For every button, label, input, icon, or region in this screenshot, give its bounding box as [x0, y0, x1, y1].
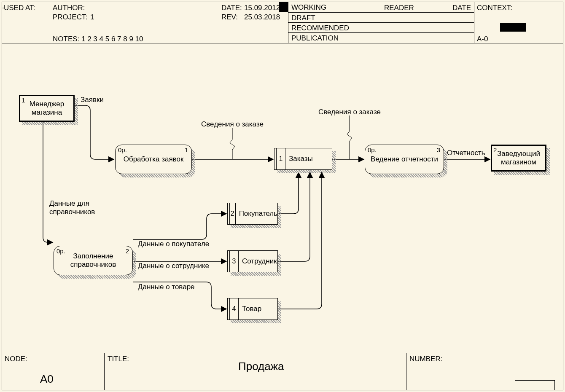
external-manager: 1 Менеджер магазина — [19, 95, 78, 125]
rev-value: 25.03.2018 — [244, 13, 280, 21]
notes-label: NOTES: — [53, 35, 79, 43]
process-request-handling: 0р. 1 Обработка заявок — [115, 145, 195, 177]
datastore-employee: 3 Сотрудник — [227, 250, 281, 276]
arrow-label-requests: Заявки — [81, 96, 104, 104]
author-label: AUTHOR: — [53, 4, 85, 12]
footer: NODE: A0 TITLE: Продажа NUMBER: — [2, 353, 563, 390]
node-label: NODE: — [5, 355, 27, 363]
date-label: DATE: — [221, 4, 242, 12]
arrow-label-customer: Данные о покупателе — [138, 240, 209, 248]
title-value: Продажа — [238, 360, 284, 373]
arrow-label-orderinfo-1: Сведения о заказе — [201, 120, 264, 129]
status-recommended: RECOMMENDED — [288, 22, 474, 32]
arrows-svg — [2, 43, 564, 354]
arrow-label-reporting: Отчетность — [447, 149, 485, 157]
arrow-label-employee: Данные о сотруднике — [138, 262, 209, 270]
rev-label: REV: — [221, 13, 238, 21]
context-label: CONTEXT: — [477, 4, 512, 12]
context-code: A-0 — [477, 35, 488, 43]
external-director: 2 Заведующий магазином — [491, 145, 550, 175]
date-value: 15.09.2012 — [244, 4, 280, 12]
diagram-canvas: Заявки Данные для справочников Данные о … — [2, 43, 563, 353]
project-value: 1 — [90, 13, 94, 21]
process-reporting: 0р. 3 Ведение отчетности — [365, 145, 447, 177]
notes-value: 1 2 3 4 5 6 7 8 9 10 — [81, 35, 143, 43]
date2-label: DATE — [452, 4, 471, 12]
used-at-label: USED AT: — [4, 4, 35, 12]
datastore-orders: 1 Заказы — [274, 148, 336, 173]
status-marker — [279, 2, 288, 12]
status-publication: PUBLICATION — [288, 32, 474, 43]
node-value: A0 — [40, 373, 54, 386]
diagram-frame: USED AT: AUTHOR: PROJECT: 1 NOTES: 1 2 3… — [2, 2, 563, 390]
status-working: WORKING — [288, 2, 381, 12]
number-box — [515, 380, 555, 390]
arrow-label-refdata: Данные для справочников — [49, 199, 100, 217]
datastore-customer: 2 Покупатель — [227, 203, 281, 228]
status-draft: DRAFT — [288, 12, 474, 22]
context-icon — [500, 23, 526, 32]
project-label: PROJECT: — [53, 13, 87, 21]
arrow-label-product: Данные о товаре — [138, 283, 195, 291]
number-label: NUMBER: — [409, 355, 442, 363]
title-label: TITLE: — [108, 355, 129, 363]
reader-label: READER — [384, 4, 414, 12]
arrow-label-orderinfo-2: Сведения о заказе — [318, 108, 381, 116]
datastore-product: 4 Товар — [227, 298, 281, 323]
process-fill-directories: 0р. 2 Заполнение справочников — [54, 246, 136, 279]
header: USED AT: AUTHOR: PROJECT: 1 NOTES: 1 2 3… — [2, 2, 563, 43]
